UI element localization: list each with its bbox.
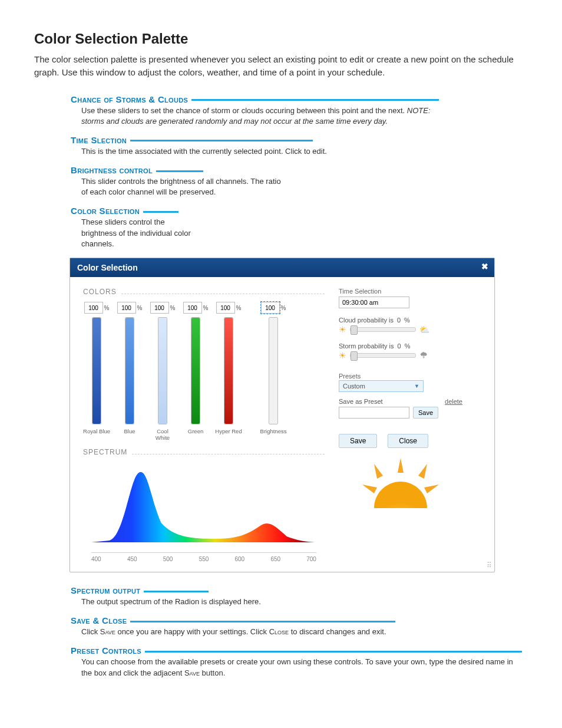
callout-presets-body: You can choose from the available preset…	[81, 657, 517, 678]
callout-time-body: This is the time associated with the cur…	[81, 146, 447, 157]
channel-cool-white: %Cool White	[149, 302, 176, 441]
callout-presets: Preset Controls You can choose from the …	[34, 645, 528, 678]
channel-label: Cool White	[149, 428, 176, 441]
channel-slider[interactable]	[92, 317, 101, 424]
sun-illustration	[339, 455, 462, 510]
brightness-slider[interactable]	[269, 317, 278, 424]
channel-slider[interactable]	[158, 317, 167, 424]
spectrum-tick: 450	[127, 556, 137, 562]
channel-blue: %Blue	[116, 302, 143, 435]
callout-saveclose-body: Click Save once you are happy with your …	[81, 627, 447, 637]
channel-slider[interactable]	[191, 317, 200, 424]
spectrum-tick: 650	[270, 556, 280, 562]
callout-saveclose-heading: Save & Close	[71, 615, 528, 625]
svg-marker-4	[424, 485, 439, 493]
spectrum-tick: 500	[163, 556, 173, 562]
spectrum-tick: 600	[235, 556, 245, 562]
svg-marker-3	[362, 485, 377, 493]
time-selection-label: Time Selection	[339, 288, 462, 295]
color-selection-dialog: Color Selection ✖ COLORS %Royal Blue%Blu…	[70, 258, 495, 572]
cloud-slider[interactable]	[350, 327, 416, 332]
channel-value-input[interactable]	[117, 302, 136, 314]
svg-marker-2	[418, 464, 427, 479]
cloud-prob-row: Cloud probability is 0 %	[339, 317, 462, 324]
channel-value-input[interactable]	[183, 302, 202, 314]
callout-presets-heading: Preset Controls	[71, 645, 528, 655]
channel-slider[interactable]	[125, 317, 134, 424]
callout-brightness-body: This slider controls the brightness of a…	[81, 176, 282, 197]
spectrum-group-label: SPECTRUM	[83, 448, 127, 456]
brightness-value-input[interactable]	[261, 302, 280, 314]
spectrum-tick: 700	[306, 556, 316, 562]
time-selection-input[interactable]	[339, 297, 409, 308]
channel-label: Royal Blue	[83, 428, 110, 435]
callout-brightness: Brightness control This slider controls …	[34, 165, 528, 197]
storm-slider[interactable]	[350, 353, 416, 358]
dialog-title-text: Color Selection	[77, 263, 138, 272]
channel-royal-blue: %Royal Blue	[83, 302, 110, 435]
channel-label: Green	[188, 428, 203, 435]
brightness-label: Brightness	[260, 428, 287, 435]
spectrum-tick: 400	[91, 556, 101, 562]
color-channels: %Royal Blue%Blue%Cool White%Green%Hyper …	[83, 302, 325, 441]
spectrum-chart: 400450500550600650700	[83, 463, 325, 564]
close-button[interactable]: Close	[388, 434, 428, 448]
presets-label: Presets	[339, 373, 361, 380]
callout-brightness-heading: Brightness control	[71, 165, 528, 175]
callout-time-heading: Time Slection	[71, 135, 528, 145]
dialog-titlebar: Color Selection ✖	[70, 258, 494, 277]
callout-time: Time Slection This is the time associate…	[34, 135, 528, 157]
callout-spectrum: Spectrum output The output spectrum of t…	[34, 585, 528, 607]
callout-spectrum-heading: Spectrum output	[71, 585, 528, 595]
callout-colorselection-heading: Color Selection	[71, 206, 528, 216]
svg-point-5	[374, 482, 427, 508]
close-icon[interactable]: ✖	[481, 262, 488, 271]
storm-prob-row: Storm probability is 0 %	[339, 342, 462, 350]
spectrum-curve	[91, 467, 316, 543]
callout-spectrum-body: The output spectrum of the Radion is dis…	[81, 597, 447, 607]
resize-grip-icon[interactable]: ⠿	[487, 561, 492, 569]
spectrum-tick: 550	[199, 556, 209, 562]
colors-group-label: COLORS	[83, 288, 117, 296]
spectrum-ticks: 400450500550600650700	[91, 556, 316, 562]
channel-value-input[interactable]	[84, 302, 103, 314]
channel-hyper-red: %Hyper Red	[215, 302, 242, 435]
sun-icon: ☀	[339, 351, 346, 360]
storm-cloud-icon: 🌩	[419, 351, 428, 360]
sun-icon: ☀	[339, 325, 346, 334]
page-intro: The color selection palette is presented…	[34, 53, 528, 79]
channel-label: Blue	[124, 428, 135, 435]
channel-green: %Green	[182, 302, 209, 435]
callout-colorselection-body: These sliders control the brightness of …	[81, 217, 193, 249]
save-as-preset-input[interactable]	[339, 407, 409, 419]
delete-preset-link[interactable]: delete	[445, 398, 462, 405]
brightness-channel: %Brightness	[260, 302, 287, 435]
svg-marker-1	[374, 464, 383, 479]
save-preset-button[interactable]: Save	[413, 407, 438, 419]
channel-label: Hyper Red	[215, 428, 242, 435]
callout-storms-body: Use these sliders to set the chance of s…	[81, 106, 447, 127]
channel-value-input[interactable]	[216, 302, 235, 314]
svg-marker-0	[398, 458, 404, 473]
callout-storms-heading: Chance of Storms & Clouds	[71, 94, 528, 104]
save-button[interactable]: Save	[339, 434, 377, 448]
callout-storms: Chance of Storms & Clouds Use these slid…	[34, 94, 528, 127]
time-selection-field: Time Selection	[339, 288, 462, 308]
save-as-preset-label: Save as Preset	[339, 398, 383, 405]
channel-value-input[interactable]	[150, 302, 169, 314]
callout-saveclose: Save & Close Click Save once you are hap…	[34, 615, 528, 637]
channel-slider[interactable]	[224, 317, 233, 424]
chevron-down-icon: ▼	[414, 383, 419, 389]
callout-colorselection: Color Selection These sliders control th…	[34, 206, 528, 249]
cloud-sun-icon: ⛅	[419, 325, 429, 334]
page-title: Color Selection Palette	[34, 31, 528, 47]
presets-select[interactable]: Custom ▼	[339, 380, 424, 392]
